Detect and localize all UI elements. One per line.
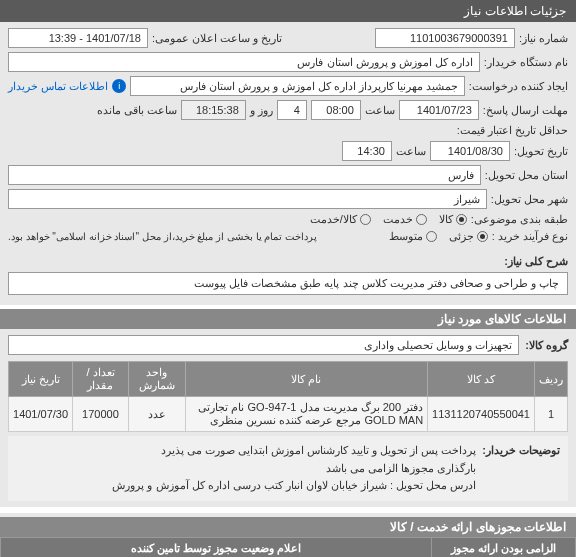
col-row: ردیف xyxy=(535,362,568,397)
province-field: فارس xyxy=(8,165,481,185)
cell-qty: 170000 xyxy=(73,397,129,432)
process-label: نوع فرآیند خرید : xyxy=(492,230,568,243)
radio-service[interactable]: خدمت xyxy=(383,213,427,226)
process-radio-group: جزئی متوسط xyxy=(389,230,488,243)
contact-link[interactable]: اطلاعات تماس خریدار xyxy=(8,80,108,93)
cell-code: 1131120740550041 xyxy=(428,397,535,432)
auth-section-title: اطلاعات مجوزهای ارائه خدمت / کالا xyxy=(0,517,576,537)
cell-unit: عدد xyxy=(128,397,185,432)
city-label: شهر محل تحویل: xyxy=(491,193,568,206)
col-need-date: تاریخ نیاز xyxy=(9,362,73,397)
time-label-1: ساعت xyxy=(365,104,395,117)
goods-section-title: اطلاعات کالاهای مورد نیاز xyxy=(0,309,576,329)
group-field: تجهیزات و وسایل تحصیلی واداری xyxy=(8,335,519,355)
cell-name: دفتر 200 برگ مدیریت مدل GO-947-1 نام تجا… xyxy=(185,397,428,432)
days-and-label: روز و xyxy=(250,104,273,117)
radio-partial[interactable]: جزئی xyxy=(449,230,488,243)
province-label: استان محل تحویل: xyxy=(485,169,568,182)
announce-field: 1401/07/18 - 13:39 xyxy=(8,28,148,48)
cell-need-date: 1401/07/30 xyxy=(9,397,73,432)
buyer-notes-box: توضیحات خریدار: پرداخت پس از تحویل و تای… xyxy=(8,436,568,501)
remaining-label: ساعت باقی مانده xyxy=(97,104,177,117)
form-area: شماره نیاز: 1101003679000391 تاریخ و ساع… xyxy=(0,22,576,253)
time-label-2: ساعت xyxy=(396,145,426,158)
org-label: نام دستگاه خریدار: xyxy=(484,56,568,69)
deadline-time-field: 08:00 xyxy=(311,100,361,120)
delivery-date-label: تاریخ تحویل: xyxy=(514,145,568,158)
buyer-notes-text: پرداخت پس از تحویل و تایید کارشناس اموزش… xyxy=(112,442,476,495)
days-field: 4 xyxy=(277,100,307,120)
deadline-date-field: 1401/07/23 xyxy=(399,100,479,120)
radio-goods[interactable]: کالا xyxy=(439,213,467,226)
col-qty: تعداد / مقدار xyxy=(73,362,129,397)
col-unit: واحد شمارش xyxy=(128,362,185,397)
radio-both[interactable]: کالا/خدمت xyxy=(310,213,371,226)
city-field: شیراز xyxy=(8,189,487,209)
countdown-field: 18:15:38 xyxy=(181,100,246,120)
need-no-field: 1101003679000391 xyxy=(375,28,515,48)
requester-field: جمشید مهرنیا کارپرداز اداره کل اموزش و پ… xyxy=(130,76,465,96)
col-name: نام کالا xyxy=(185,362,428,397)
goods-table: ردیف کد کالا نام کالا واحد شمارش تعداد /… xyxy=(8,361,568,432)
credit-min-label: حداقل تاریخ اعتبار قیمت: xyxy=(457,124,568,137)
radio-medium[interactable]: متوسط xyxy=(389,230,437,243)
budget-label: طبقه بندی موضوعی: xyxy=(471,213,568,226)
announce-label: تاریخ و ساعت اعلان عمومی: xyxy=(152,32,282,45)
desc-box: چاپ و طراحی و صحافی دفتر مدیریت کلاس چند… xyxy=(8,272,568,295)
page-title: جزئیات اطلاعات نیاز xyxy=(464,4,566,18)
auth-table: الزامی بودن ارائه مجوز اعلام وضعیت مجوز … xyxy=(0,537,576,557)
delivery-time-field: 14:30 xyxy=(342,141,392,161)
info-icon: i xyxy=(112,79,126,93)
need-no-label: شماره نیاز: xyxy=(519,32,568,45)
group-label: گروه کالا: xyxy=(525,339,568,352)
org-field: اداره کل اموزش و پرورش استان فارس xyxy=(8,52,480,72)
payment-note: پرداخت تمام یا بخشی از مبلغ خرید،از محل … xyxy=(8,231,317,242)
delivery-date-field: 1401/08/30 xyxy=(430,141,510,161)
page-header: جزئیات اطلاعات نیاز xyxy=(0,0,576,22)
desc-label: شرح کلی نیاز: xyxy=(504,255,568,268)
buyer-notes-label: توضیحات خریدار: xyxy=(482,442,560,495)
deadline-label: مهلت ارسال پاسخ: xyxy=(483,104,568,117)
desc-text: چاپ و طراحی و صحافی دفتر مدیریت کلاس چند… xyxy=(194,277,559,289)
cell-row: 1 xyxy=(535,397,568,432)
auth-col-status: اعلام وضعیت مجوز توسط تامین کننده xyxy=(1,537,432,557)
table-row: 1 1131120740550041 دفتر 200 برگ مدیریت م… xyxy=(9,397,568,432)
requester-label: ایجاد کننده درخواست: xyxy=(469,80,568,93)
budget-radio-group: کالا خدمت کالا/خدمت xyxy=(310,213,467,226)
col-code: کد کالا xyxy=(428,362,535,397)
auth-col-mandatory: الزامی بودن ارائه مجوز xyxy=(432,537,576,557)
